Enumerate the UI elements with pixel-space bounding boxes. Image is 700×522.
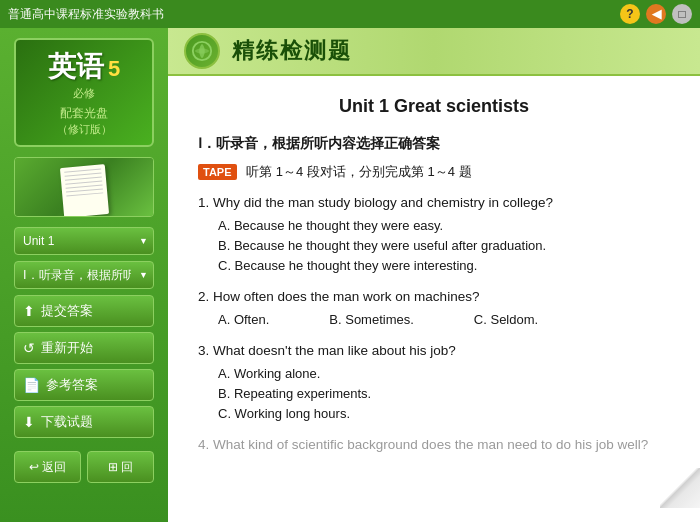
main-layout: 英语 5 必修 配套光盘 （修订版） Unit 1 Unit 2 Unit 3 … <box>0 28 700 522</box>
reference-button[interactable]: 📄 参考答案 <box>14 369 154 401</box>
question-2-options-inline: A. Often. B. Sometimes. C. Seldom. <box>198 312 670 327</box>
question-1-text: 1. Why did the man study biology and che… <box>198 195 670 210</box>
audio-badge: TAPE <box>198 164 237 180</box>
question-4-text: 4. What kind of scientific background do… <box>198 437 670 452</box>
refresh-icon: ↺ <box>23 340 35 356</box>
top-bar-icons: ? ◀ □ <box>620 4 692 24</box>
back-button[interactable]: ◀ <box>646 4 666 24</box>
download-label: 下载试题 <box>41 413 93 431</box>
doc-content: Unit 1 Great scientists Ⅰ．听录音，根据所听内容选择正确… <box>168 76 700 508</box>
download-button[interactable]: ⬇ 下载试题 <box>14 406 154 438</box>
thumbnail-inner <box>15 158 153 216</box>
submit-label: 提交答案 <box>41 302 93 320</box>
question-3-text: 3. What doesn't the man like about his j… <box>198 343 670 358</box>
question-1: 1. Why did the man study biology and che… <box>198 195 670 273</box>
unit-select[interactable]: Unit 1 Unit 2 Unit 3 Unit 4 Unit 5 <box>14 227 154 255</box>
thumbnail-area <box>14 157 154 217</box>
back-label: 返回 <box>42 459 66 476</box>
section-heading: Ⅰ．听录音，根据所听内容选择正确答案 <box>198 135 670 153</box>
thumbnail-paper <box>59 164 108 217</box>
top-bar-title: 普通高中课程标准实验教科书 <box>8 6 164 23</box>
question-3: 3. What doesn't the man like about his j… <box>198 343 670 421</box>
required-label: 必修 <box>24 86 144 101</box>
cd-label: 配套光盘 <box>24 105 144 122</box>
listen-intro-text: 听第 1～4 段对话，分别完成第 1～4 题 <box>246 164 471 179</box>
question-2-option-a: A. Often. <box>218 312 269 327</box>
sidebar: 英语 5 必修 配套光盘 （修订版） Unit 1 Unit 2 Unit 3 … <box>0 28 168 522</box>
question-3-option-b: B. Repeating experiments. <box>198 386 670 401</box>
home-button[interactable]: ⊞ 回 <box>87 451 154 483</box>
doc-scroll[interactable]: Unit 1 Great scientists Ⅰ．听录音，根据所听内容选择正确… <box>168 76 700 522</box>
reference-label: 参考答案 <box>46 376 98 394</box>
help-button[interactable]: ? <box>620 4 640 24</box>
unit-title: Unit 1 Great scientists <box>198 96 670 117</box>
close-button[interactable]: □ <box>672 4 692 24</box>
document-icon: 📄 <box>23 377 40 393</box>
logo-icon <box>191 40 213 62</box>
back-icon: ↩ <box>29 460 39 474</box>
question-2: 2. How often does the man work on machin… <box>198 289 670 327</box>
back-home-button[interactable]: ↩ 返回 <box>14 451 81 483</box>
content-area: 精练检测题 Unit 1 Great scientists Ⅰ．听录音，根据所听… <box>168 28 700 522</box>
listen-intro: TAPE 听第 1～4 段对话，分别完成第 1～4 题 <box>198 163 670 181</box>
top-bar: 普通高中课程标准实验教科书 ? ◀ □ <box>0 0 700 28</box>
revised-label: （修订版） <box>24 122 144 137</box>
header-title: 精练检测题 <box>232 36 352 66</box>
question-1-option-c: C. Because he thought they were interest… <box>198 258 670 273</box>
book-logo: 英语 5 必修 配套光盘 （修订版） <box>14 38 154 147</box>
question-2-text: 2. How often does the man work on machin… <box>198 289 670 304</box>
upload-icon: ⬆ <box>23 303 35 319</box>
book-num: 5 <box>108 56 120 82</box>
bottom-buttons: ↩ 返回 ⊞ 回 <box>14 451 154 483</box>
unit-select-wrapper[interactable]: Unit 1 Unit 2 Unit 3 Unit 4 Unit 5 <box>14 227 154 255</box>
question-1-option-a: A. Because he thought they were easy. <box>198 218 670 233</box>
section-select[interactable]: Ⅰ．听录音，根据所听 Ⅱ．对话 Ⅲ．阅读 Ⅳ．写作 <box>14 261 154 289</box>
question-2-option-c: C. Seldom. <box>474 312 538 327</box>
submit-button[interactable]: ⬆ 提交答案 <box>14 295 154 327</box>
question-4: 4. What kind of scientific background do… <box>198 437 670 452</box>
download-icon: ⬇ <box>23 414 35 430</box>
content-header: 精练检测题 <box>168 28 700 76</box>
restart-label: 重新开始 <box>41 339 93 357</box>
section-select-wrapper[interactable]: Ⅰ．听录音，根据所听 Ⅱ．对话 Ⅲ．阅读 Ⅳ．写作 <box>14 261 154 289</box>
home-label: 回 <box>121 459 133 476</box>
logo-circle <box>184 33 220 69</box>
question-3-option-c: C. Working long hours. <box>198 406 670 421</box>
home-icon: ⊞ <box>108 460 118 474</box>
book-title: 英语 <box>48 48 104 86</box>
question-3-option-a: A. Working alone. <box>198 366 670 381</box>
question-2-option-b: B. Sometimes. <box>329 312 414 327</box>
question-1-option-b: B. Because he thought they were useful a… <box>198 238 670 253</box>
restart-button[interactable]: ↺ 重新开始 <box>14 332 154 364</box>
